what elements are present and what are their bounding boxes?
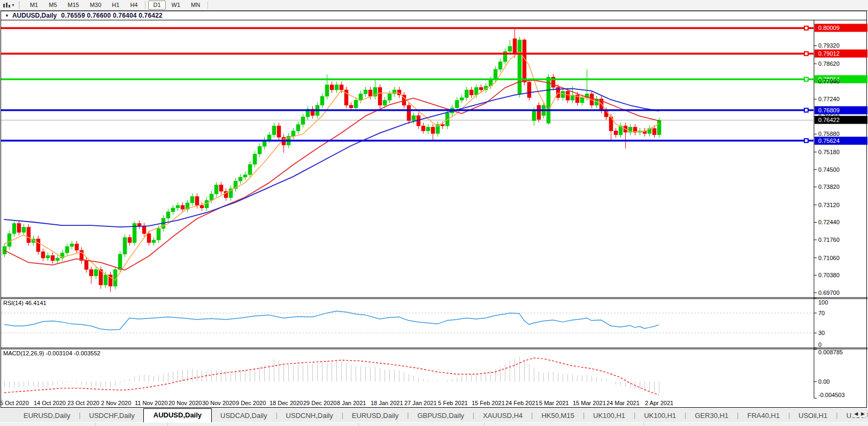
collapse-icon[interactable]: ▼	[5, 13, 9, 18]
tab-scroll-buttons: ◀▶	[852, 410, 867, 417]
rsi-line	[4, 311, 659, 330]
timeframe-button-h1[interactable]: H1	[107, 1, 124, 10]
tab-usoil-h1[interactable]: USOil,H1	[790, 409, 836, 422]
toolbar-grip[interactable]	[19, 2, 21, 9]
status-bar	[0, 422, 868, 426]
resistance-line-0.79012[interactable]	[1, 52, 813, 56]
timeframe-buttons: M1M5M15M30H1H4D1W1MN	[25, 1, 210, 10]
status-bar-divider	[484, 423, 485, 426]
timeframe-button-m5[interactable]: M5	[44, 1, 62, 10]
moving-average-mid	[4, 80, 659, 270]
chart-canvas[interactable]	[0, 0, 868, 426]
chart-symbol-label: AUDUSD,Daily	[12, 12, 57, 19]
tab-usdcnh-daily[interactable]: USDCNH,Daily	[278, 409, 342, 422]
tab-eurusd-daily[interactable]: EURUSD,Daily	[15, 409, 79, 422]
timeframe-button-m30[interactable]: M30	[85, 1, 106, 10]
support-line-0.75624[interactable]	[1, 139, 813, 142]
chevron-down-icon[interactable]: ▼	[11, 3, 15, 7]
tab-eurusd-daily[interactable]: EURUSD,Daily	[343, 409, 407, 422]
toolbar-separator	[145, 1, 145, 9]
chart-type-icon[interactable]	[2, 2, 11, 9]
tab-hk50-m15[interactable]: HK50,M15	[533, 409, 582, 422]
tab-scroll-left-icon[interactable]: ◀	[854, 411, 858, 416]
trading-terminal: ▼ M1M5M15M30H1H4D1W1MN ▼ AUDUSD,Daily 0.…	[0, 0, 868, 426]
tab-uk100-h1[interactable]: UK100,H1	[585, 409, 634, 422]
chart-tab-bar: EURUSD,Daily|USDCHF,DailyAUDUSD,DailyUSD…	[0, 408, 868, 422]
status-bar-divider	[358, 423, 359, 426]
tab-gbpusd-daily[interactable]: GBPUSD,Daily	[409, 409, 472, 422]
tab-usdcad-daily[interactable]: USDCAD,Daily	[212, 409, 275, 422]
timeframe-button-m15[interactable]: M15	[63, 1, 84, 10]
timeframe-button-m1[interactable]: M1	[25, 1, 43, 10]
status-bar-divider	[167, 423, 168, 426]
tab-xauusd-h4[interactable]: XAUUSD,H4	[474, 409, 531, 422]
tab-scroll-right-icon[interactable]: ▶	[861, 411, 865, 416]
candlestick-series	[3, 28, 661, 292]
tab-audusd-daily[interactable]: AUDUSD,Daily	[143, 408, 212, 422]
tab-uk100-h1[interactable]: UK100,H1	[635, 409, 685, 422]
timeframe-toolbar: ▼ M1M5M15M30H1H4D1W1MN	[0, 0, 868, 11]
resistance-line-0.80009[interactable]	[1, 26, 813, 30]
resistance-line-0.78014[interactable]	[1, 78, 813, 81]
timeframe-button-w1[interactable]: W1	[167, 1, 186, 10]
tab-usdchf-daily[interactable]: USDCHF,Daily	[81, 409, 143, 422]
timeframe-button-d1[interactable]: D1	[148, 1, 165, 10]
chart-title-bar[interactable]: ▼ AUDUSD,Daily 0.76559 0.76600 0.76404 0…	[1, 11, 866, 20]
tab-ger30-h1[interactable]: GER30,H1	[686, 409, 737, 422]
macd-histogram	[5, 356, 659, 393]
tab-fra40-h1[interactable]: FRA40,H1	[739, 409, 788, 422]
status-bar-divider	[95, 423, 96, 426]
timeframe-button-h4[interactable]: H4	[125, 1, 142, 10]
chart-ohlc-values: 0.76559 0.76600 0.76404 0.76422	[61, 12, 163, 19]
status-bar-divider	[643, 423, 644, 426]
toolbar-separator	[208, 1, 208, 9]
timeframe-button-mn[interactable]: MN	[186, 1, 205, 10]
